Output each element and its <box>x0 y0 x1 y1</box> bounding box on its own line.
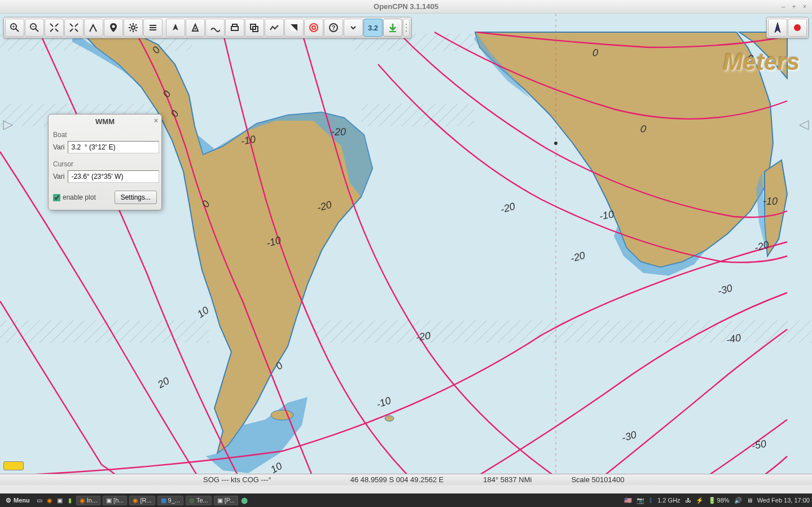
svg-line-26 <box>135 30 137 31</box>
window-controls: – + × <box>779 2 809 11</box>
wmm-enable-plot-label: enable plot <box>63 193 96 201</box>
settings-button[interactable] <box>124 19 143 37</box>
svg-point-44 <box>406 27 407 28</box>
svg-point-20 <box>131 26 135 29</box>
contour-label: -20 <box>331 126 346 138</box>
tray-network-icon[interactable]: 🖧 <box>685 497 691 504</box>
zoom-out-button[interactable] <box>25 19 44 37</box>
taskbar-menu-button[interactable]: ⚙ Menu <box>2 496 33 505</box>
taskbar-task-3[interactable]: ▦9_... <box>157 496 183 505</box>
toolbar-expand-button[interactable] <box>344 19 363 37</box>
svg-point-9 <box>385 416 394 421</box>
maximize-button[interactable]: + <box>789 2 798 11</box>
color-scheme-button[interactable] <box>284 19 304 37</box>
print-button[interactable] <box>225 19 244 37</box>
help-button[interactable]: ? <box>324 19 343 37</box>
tray-battery[interactable]: 🔋98% <box>708 497 730 504</box>
wmm-boat-section: Boat Vari <box>49 129 161 158</box>
wmm-dialog[interactable]: WMM × Boat Vari Cursor Vari enable plot … <box>48 114 162 210</box>
tray-volume-icon[interactable]: 🔊 <box>734 497 742 504</box>
wmm-cursor-vari-label: Vari <box>53 173 64 180</box>
wmm-settings-button[interactable]: Settings... <box>115 191 157 204</box>
tray-bluetooth-icon[interactable]: ᛒ <box>649 497 653 504</box>
show-desktop-icon[interactable]: ▭ <box>36 496 43 504</box>
grib-plugin-button[interactable] <box>383 19 402 37</box>
wmm-cursor-vari-field <box>68 170 159 183</box>
svg-point-11 <box>554 142 558 145</box>
window-titlebar: OpenCPN 3.1.1405 – + × <box>0 0 812 14</box>
terminal-icon[interactable]: ▣ <box>56 496 64 504</box>
contour-label: -10 <box>598 208 615 222</box>
scale-in-button[interactable] <box>45 19 64 37</box>
gps-status-button[interactable] <box>788 19 807 37</box>
svg-line-17 <box>36 29 38 32</box>
depth-units-label: Meters <box>723 49 800 76</box>
follow-button[interactable] <box>166 19 185 37</box>
wmm-boat-vari-field <box>68 141 159 153</box>
svg-text:?: ? <box>332 24 336 31</box>
taskbar-task-2[interactable]: ◉[R... <box>129 496 155 505</box>
tray-monitor-icon[interactable]: 🖥 <box>747 497 753 504</box>
taskbar-task-4[interactable]: ◎Te... <box>186 496 212 505</box>
wmm-dialog-title: WMM × <box>49 114 161 129</box>
svg-rect-34 <box>232 24 237 27</box>
wmm-enable-plot-checkbox[interactable]: enable plot <box>53 193 96 201</box>
wmm-cursor-heading: Cursor <box>53 159 157 169</box>
tray-power-icon[interactable]: ⚡ <box>696 497 704 504</box>
filemanager-icon[interactable]: ▮ <box>66 496 74 504</box>
mob-button[interactable] <box>304 19 323 37</box>
chart-canvas[interactable]: 000-10-200-20-1010020-1010000-20-10-10-2… <box>0 14 812 485</box>
contour-label: 0 <box>592 47 599 59</box>
compass-north-up-button[interactable] <box>768 19 787 37</box>
close-button[interactable]: × <box>800 2 809 11</box>
wmm-plugin-button[interactable]: 3.2 <box>363 19 383 37</box>
svg-line-28 <box>135 24 137 25</box>
tray-cpu[interactable]: 1.2 GHz <box>657 497 680 504</box>
tray-camera-icon[interactable]: 📷 <box>637 497 644 504</box>
wmm-boat-heading: Boat <box>53 130 157 140</box>
zoom-in-button[interactable] <box>5 19 24 37</box>
track-button[interactable] <box>265 19 284 37</box>
svg-point-43 <box>406 24 407 25</box>
taskbar-app-icon[interactable]: ⬤ <box>240 496 248 504</box>
taskbar-task-0[interactable]: ◉In... <box>76 496 100 505</box>
wmm-cursor-section: Cursor Vari <box>49 158 161 187</box>
firefox-icon[interactable]: ◉ <box>46 496 54 504</box>
svg-point-45 <box>406 30 407 32</box>
wmm-enable-plot-input[interactable] <box>53 194 60 201</box>
svg-point-19 <box>112 25 115 28</box>
minimize-button[interactable]: – <box>779 2 788 11</box>
svg-point-46 <box>794 24 801 31</box>
tide-button[interactable] <box>205 19 225 37</box>
main-toolbar: ? 3.2 <box>3 17 411 38</box>
svg-line-13 <box>16 29 19 32</box>
tray-flag-icon[interactable]: 🇺🇸 <box>624 497 632 504</box>
text-display-button[interactable] <box>143 19 163 37</box>
drop-waypoint-button[interactable] <box>104 19 123 37</box>
tray-datetime[interactable]: Wed Feb 13, 17:00 <box>757 497 810 504</box>
scale-out-button[interactable] <box>64 19 84 37</box>
status-range: 184° 5837 NMi <box>483 475 532 484</box>
route-create-button[interactable] <box>84 19 103 37</box>
toolbar-grabber[interactable] <box>403 19 410 37</box>
status-sog-cog: SOG --- kts COG ---° <box>203 475 271 484</box>
compass-toolbar <box>766 17 809 38</box>
status-scale: Scale 50101400 <box>571 475 624 484</box>
wmm-dialog-close-icon[interactable]: × <box>154 117 158 125</box>
taskbar-task-1[interactable]: ▣[h... <box>103 496 127 505</box>
svg-point-8 <box>271 410 293 420</box>
ais-button[interactable] <box>186 19 205 37</box>
route-manager-button[interactable] <box>245 19 264 37</box>
taskbar-task-5[interactable]: ▣[P... <box>214 496 238 505</box>
contour-label: -20 <box>415 330 432 343</box>
gps-indicator-icon <box>3 461 24 470</box>
contour-label: -50 <box>750 438 767 452</box>
map-svg <box>0 14 812 485</box>
contour-label: -10 <box>240 133 256 147</box>
svg-point-38 <box>310 24 318 32</box>
taskbar-menu-label: Menu <box>14 497 30 504</box>
wmm-dialog-title-text: WMM <box>95 117 115 126</box>
svg-point-32 <box>195 28 196 30</box>
gear-icon: ⚙ <box>6 497 11 504</box>
svg-rect-33 <box>231 27 238 30</box>
